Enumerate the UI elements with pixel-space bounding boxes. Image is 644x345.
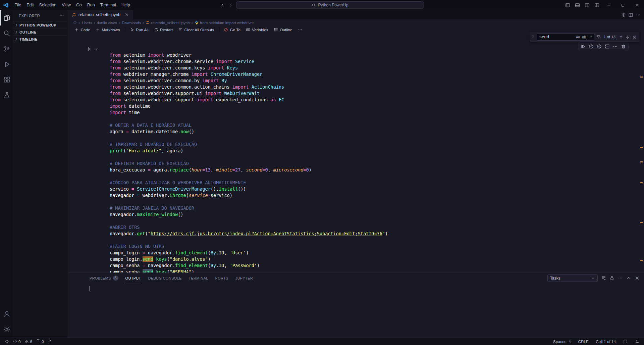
close-find-icon[interactable]	[632, 35, 637, 40]
match-case-icon[interactable]: Aa	[575, 34, 581, 40]
status-error-icon[interactable]: 0	[11, 338, 22, 345]
toolbar-more-actions[interactable]	[296, 26, 305, 33]
toggle-panel-icon[interactable]	[573, 0, 582, 10]
toolbar-run-all[interactable]: Run All	[127, 26, 151, 33]
output-channel-select[interactable]: Tasks	[547, 275, 598, 282]
forward-icon[interactable]	[228, 3, 233, 8]
editor-content[interactable]: from selenium import webdriverfrom selen…	[68, 34, 644, 273]
menu-terminal[interactable]: Terminal	[98, 0, 119, 10]
panel-tab-output[interactable]: OUTPUT	[125, 273, 141, 283]
execute-below-icon[interactable]	[597, 44, 602, 49]
prev-match-icon[interactable]	[619, 35, 624, 40]
toggle-sidebar-icon[interactable]	[563, 0, 573, 10]
menu-run[interactable]: Run	[85, 0, 98, 10]
activity-settings[interactable]	[0, 322, 13, 337]
status-remote-icon[interactable]	[3, 338, 10, 345]
maximize-panel-icon[interactable]	[626, 276, 631, 281]
status-spaces-4[interactable]: Spaces: 4	[552, 338, 572, 345]
breadcrumb-item-users[interactable]: Users	[82, 21, 92, 25]
breadcrumb-item-c[interactable]: C:	[73, 21, 77, 25]
maximize-icon[interactable]	[616, 0, 630, 10]
status-layout-icon[interactable]	[622, 338, 629, 345]
toolbar-code[interactable]: Code	[72, 26, 93, 33]
status-warning-icon[interactable]: 6	[23, 338, 34, 345]
status-bell-icon[interactable]	[634, 338, 641, 345]
next-match-icon[interactable]	[625, 35, 630, 40]
more-actions-icon[interactable]	[636, 12, 641, 17]
output-content[interactable]	[68, 283, 644, 338]
overview-ruler[interactable]	[639, 34, 644, 273]
toggle-secondary-sidebar-icon[interactable]	[582, 0, 592, 10]
tab-relatorio-selbetti[interactable]: relatorio_selbetti.ipynb	[68, 10, 133, 19]
split-cell-icon[interactable]	[605, 44, 610, 49]
panel-tab-jupyter[interactable]: JUPYTER	[235, 273, 253, 283]
status-left: 060	[3, 338, 53, 345]
toolbar-separator	[125, 28, 125, 32]
delete-cell-icon[interactable]	[621, 44, 626, 49]
activity-run-debug[interactable]	[0, 56, 13, 72]
status-crlf[interactable]: CRLF	[577, 338, 590, 345]
chevron-down-icon	[591, 276, 595, 280]
lock-icon[interactable]	[609, 276, 614, 281]
run-cell-icon[interactable]	[87, 47, 92, 51]
close-tab-icon[interactable]	[124, 12, 129, 17]
menu-edit[interactable]: Edit	[24, 0, 37, 10]
menu-file[interactable]: File	[12, 0, 24, 10]
toolbar-outline[interactable]: Outline	[271, 26, 295, 33]
breadcrumb-item-danilo-alves[interactable]: danilo.alves	[97, 21, 117, 25]
configure-layout-icon[interactable]	[621, 12, 626, 17]
breadcrumb-item-relatorio-selbetti-ipynb[interactable]: relatorio_selbetti.ipynb	[146, 20, 190, 25]
panel-tab-problems[interactable]: PROBLEMS6	[90, 273, 118, 283]
find-input[interactable]: send Aaab.*	[537, 33, 594, 41]
toggle-replace-icon[interactable]	[531, 35, 535, 39]
minimize-icon[interactable]	[602, 0, 616, 10]
menu-selection[interactable]: Selection	[37, 0, 59, 10]
panel-tab-ports[interactable]: PORTS	[215, 273, 228, 283]
find-query: send	[539, 35, 575, 39]
toolbar-restart[interactable]: Restart	[152, 26, 175, 33]
collapse-cell-icon[interactable]	[94, 47, 98, 51]
toolbar-clear-all-outputs[interactable]: Clear All Outputs	[176, 26, 216, 33]
activity-accounts[interactable]	[0, 306, 13, 322]
status-ports-icon[interactable]: 0	[35, 338, 45, 345]
menu-go[interactable]: Go	[73, 0, 85, 10]
find-filter-icon[interactable]	[596, 35, 601, 39]
activity-source-control[interactable]	[0, 41, 13, 56]
section-python-powerup[interactable]: PYTHON POWERUP	[13, 21, 68, 29]
toolbar-variables[interactable]: Variables	[244, 26, 271, 33]
toolbar-go-to[interactable]: Go To	[221, 26, 243, 33]
sidebar-more-actions-icon[interactable]	[59, 13, 64, 18]
back-icon[interactable]	[220, 3, 225, 8]
customize-layout-icon[interactable]	[592, 0, 602, 10]
close-panel-icon[interactable]	[635, 276, 640, 281]
find-toggles: Aaab.*	[575, 34, 593, 40]
search-icon	[3, 30, 10, 37]
breadcrumb-item-from-selenium-import-webdriver[interactable]: from selenium import webdriver	[195, 20, 254, 25]
regex-icon[interactable]: .*	[587, 34, 593, 40]
panel-tab-debug-console[interactable]: DEBUG CONSOLE	[148, 273, 182, 283]
status-plug-icon[interactable]	[46, 338, 53, 345]
command-center[interactable]: Python PowerUp	[236, 1, 424, 9]
activity-testing[interactable]	[0, 87, 13, 103]
activity-extensions[interactable]	[0, 72, 13, 87]
menu-help[interactable]: Help	[119, 0, 133, 10]
section-outline[interactable]: OUTLINE	[13, 29, 68, 36]
panel-tab-terminal[interactable]: TERMINAL	[189, 273, 208, 283]
breadcrumb-item-downloads[interactable]: Downloads	[122, 21, 141, 25]
run-by-line-icon[interactable]	[581, 44, 586, 49]
activity-explorer[interactable]	[0, 10, 13, 26]
output-channel-label: Tasks	[550, 276, 560, 281]
execute-above-icon[interactable]	[589, 44, 594, 49]
toolbar-markdown[interactable]: Markdown	[93, 26, 122, 33]
output-actions-icon[interactable]	[601, 276, 606, 281]
whole-word-icon[interactable]: ab	[581, 34, 587, 40]
status-cell-1-of-14[interactable]: Cell 1 of 14	[594, 338, 617, 345]
close-icon[interactable]	[630, 0, 644, 10]
menu-view[interactable]: View	[59, 0, 73, 10]
code-lines[interactable]: from selenium import webdriverfrom selen…	[110, 52, 637, 273]
more-actions-icon[interactable]	[613, 44, 618, 49]
more-actions-icon[interactable]	[618, 276, 623, 281]
activity-search[interactable]	[0, 26, 13, 41]
split-editor-icon[interactable]	[628, 12, 633, 17]
section-timeline[interactable]: TIMELINE	[13, 36, 68, 43]
